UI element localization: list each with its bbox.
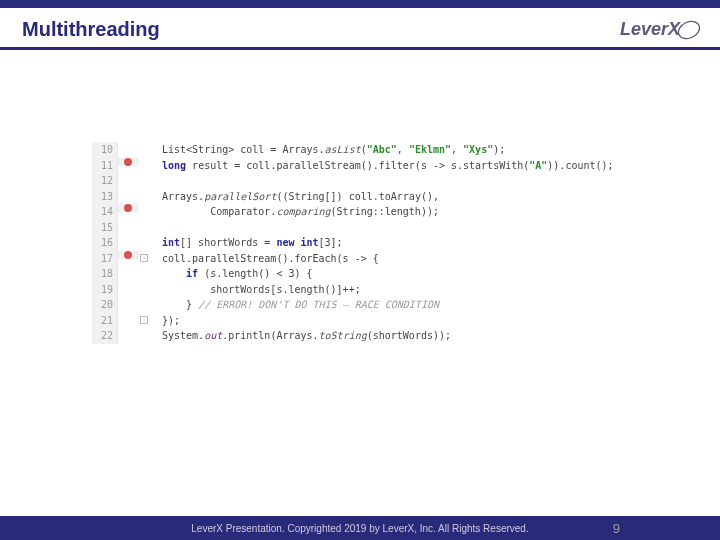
code-line: 20 } // ERROR! DON'T DO THIS – RACE COND…: [92, 297, 712, 313]
code-line: 15: [92, 220, 712, 236]
code-content: if (s.length() < 3) {: [152, 266, 313, 282]
code-content: Comparator.comparing(String::length));: [152, 204, 439, 220]
swoosh-icon: [676, 17, 702, 43]
line-number: 20: [92, 297, 118, 313]
top-accent-bar: [0, 0, 720, 8]
code-content: int[] shortWords = new int[3];: [152, 235, 343, 251]
code-content: shortWords[s.length()]++;: [152, 282, 361, 298]
slide-title: Multithreading: [22, 18, 160, 41]
brand-logo: LeverX: [620, 19, 698, 40]
code-line: 11long result = coll.parallelStream().fi…: [92, 158, 712, 174]
code-line: 22System.out.println(Arrays.toString(sho…: [92, 328, 712, 344]
svg-point-0: [676, 18, 702, 42]
code-line: 19 shortWords[s.length()]++;: [92, 282, 712, 298]
breakpoint-icon: [124, 158, 132, 166]
line-number: 17: [92, 251, 118, 267]
breakpoint-icon: [124, 204, 132, 212]
line-number: 14: [92, 204, 118, 220]
code-content: long result = coll.parallelStream().filt…: [152, 158, 614, 174]
code-content: System.out.println(Arrays.toString(short…: [152, 328, 451, 344]
code-line: 12: [92, 173, 712, 189]
line-number: 21: [92, 313, 118, 329]
line-number: 10: [92, 142, 118, 158]
line-number: 18: [92, 266, 118, 282]
line-number: 11: [92, 158, 118, 174]
code-editor: 10List<String> coll = Arrays.asList("Abc…: [92, 142, 712, 344]
line-number: 12: [92, 173, 118, 189]
line-number: 22: [92, 328, 118, 344]
code-line: 10List<String> coll = Arrays.asList("Abc…: [92, 142, 712, 158]
breakpoint-icon: [124, 251, 132, 259]
code-line: 16int[] shortWords = new int[3];: [92, 235, 712, 251]
code-content: } // ERROR! DON'T DO THIS – RACE CONDITI…: [152, 297, 439, 313]
fold-icon: -: [140, 316, 148, 324]
code-line: 17-coll.parallelStream().forEach(s -> {: [92, 251, 712, 267]
code-line: 21-});: [92, 313, 712, 329]
breakpoint-gutter[interactable]: [118, 204, 138, 212]
code-content: });: [152, 313, 180, 329]
page-number: 9: [613, 521, 620, 536]
line-number: 19: [92, 282, 118, 298]
code-line: 13Arrays.parallelSort((String[]) coll.to…: [92, 189, 712, 205]
slide-header: Multithreading LeverX: [0, 8, 720, 50]
copyright-text: LeverX Presentation. Copyrighted 2019 by…: [191, 523, 528, 534]
breakpoint-gutter[interactable]: [118, 158, 138, 166]
code-content: List<String> coll = Arrays.asList("Abc",…: [152, 142, 505, 158]
code-line: 14 Comparator.comparing(String::length))…: [92, 204, 712, 220]
fold-icon: -: [140, 254, 148, 262]
brand-logo-text: LeverX: [620, 19, 680, 39]
breakpoint-gutter[interactable]: [118, 251, 138, 259]
line-number: 15: [92, 220, 118, 236]
code-content: coll.parallelStream().forEach(s -> {: [152, 251, 379, 267]
code-content: Arrays.parallelSort((String[]) coll.toAr…: [152, 189, 439, 205]
line-number: 13: [92, 189, 118, 205]
line-number: 16: [92, 235, 118, 251]
code-line: 18 if (s.length() < 3) {: [92, 266, 712, 282]
